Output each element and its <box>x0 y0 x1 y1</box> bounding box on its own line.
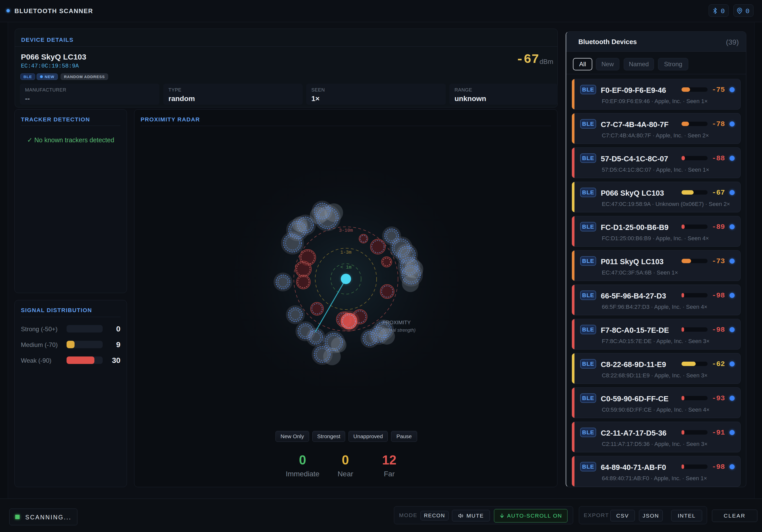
svg-text:1-3m: 1-3m <box>340 250 351 255</box>
svg-text:< 1m: < 1m <box>340 265 351 270</box>
svg-text:(signal strength): (signal strength) <box>382 328 416 333</box>
svg-text:PROXIMITY: PROXIMITY <box>382 320 411 325</box>
svg-text:3-10m: 3-10m <box>339 228 353 233</box>
